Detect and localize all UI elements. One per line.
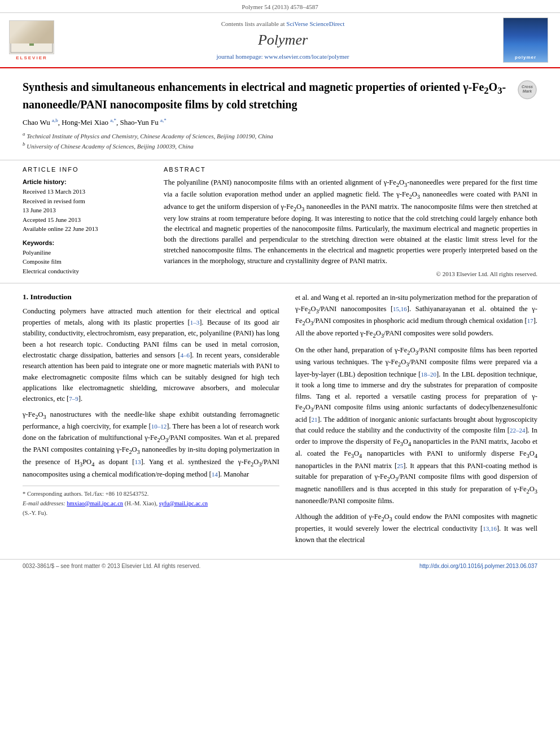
received-date: Received 13 March 2013	[23, 187, 147, 196]
right-para-3: Although the addition of γ-Fe2O3 could e…	[295, 512, 537, 545]
polymer-cover-thumbnail: polymer	[503, 18, 548, 63]
contents-label: Contents lists available at	[221, 20, 285, 27]
ref-17[interactable]: 17	[527, 317, 533, 324]
elsevier-name: ELSEVIER	[16, 55, 47, 60]
revised-date-value: 13 June 2013	[23, 207, 56, 213]
crossmark-icon: Cross Mark	[518, 80, 537, 99]
right-para-2: On the other hand, preparation of γ-Fe2O…	[295, 345, 537, 507]
email-link-2[interactable]: syfu@mail.ipc.ac.cn	[159, 500, 208, 506]
affiliation-a: Technical Institute of Physics and Chemi…	[27, 133, 273, 139]
intro-heading: 1. Introduction	[23, 292, 279, 302]
authors: Chao Wu a,b, Hong-Mei Xiao a,*, Shao-Yun…	[23, 117, 537, 127]
svg-rect-2	[29, 37, 34, 46]
header: ELSEVIER Contents lists available at Sci…	[0, 13, 560, 68]
ref-10-12[interactable]: 10–12	[151, 423, 167, 430]
email-note: E-mail addresses: hmxiao@mail.ipc.ac.cn …	[23, 499, 279, 518]
body-column-right: et al. and Wang et al. reported an in-si…	[295, 292, 537, 550]
journal-reference: Polymer 54 (2013) 4578–4587	[242, 3, 318, 10]
header-center: Contents lists available at SciVerse Sci…	[72, 18, 493, 63]
abstract-text: The polyaniline (PANI) nanocomposite fil…	[164, 177, 537, 266]
header-right: polymer	[500, 18, 551, 63]
synthesized-text: synthesized	[188, 458, 221, 466]
revised-date: Received in revised form 13 June 2013	[23, 196, 147, 215]
ref-18-20[interactable]: 18–20	[421, 371, 437, 378]
article-title-section: Synthesis and simultaneous enhancements …	[0, 68, 560, 160]
intro-para-2: γ-Fe2O3 nanostructures with the needle-l…	[23, 409, 279, 480]
article-main-title: Synthesis and simultaneous enhancements …	[23, 80, 537, 112]
email-link-1[interactable]: hmxiao@mail.ipc.ac.cn	[67, 500, 123, 506]
journal-title: Polymer	[258, 32, 308, 49]
svg-rect-0	[10, 21, 54, 54]
svg-text:Mark: Mark	[523, 89, 532, 93]
ref-21[interactable]: 21	[312, 416, 318, 423]
page: Polymer 54 (2013) 4578–4587 ELSEVIER	[0, 0, 560, 747]
title-text: Synthesis and simultaneous enhancements …	[23, 80, 511, 112]
ref-4-6[interactable]: 4–6	[180, 352, 190, 359]
elsevier-logo: ELSEVIER	[9, 20, 54, 60]
right-para-1: et al. and Wang et al. reported an in-si…	[295, 292, 537, 340]
history-label: Article history:	[23, 178, 147, 185]
ref-15-16[interactable]: 15,16	[393, 305, 407, 312]
ref-25[interactable]: 25	[397, 462, 403, 469]
homepage-link[interactable]: journal homepage: www.elsevier.com/locat…	[216, 53, 349, 60]
copyright-line: © 2013 Elsevier Ltd. All rights reserved…	[164, 270, 537, 277]
footer-issn: 0032-3861/$ – see front matter © 2013 El…	[23, 563, 200, 569]
article-info-abstract: ARTICLE INFO Article history: Received 1…	[0, 160, 560, 283]
svg-point-1	[21, 23, 42, 39]
polymer-cover-label: polymer	[515, 55, 536, 60]
keywords-label: Keywords:	[23, 239, 147, 246]
elsevier-logo-image	[9, 20, 54, 54]
sciverse-anchor[interactable]: SciVerse ScienceDirect	[286, 20, 344, 27]
ref-13-16[interactable]: 13,16	[483, 525, 497, 532]
ref-1-3[interactable]: 1–3	[190, 319, 200, 326]
corresponding-note: * Corresponding authors. Tel./fax: +86 1…	[23, 490, 279, 499]
affiliation-b: University of Chinese Academy of Science…	[27, 143, 194, 150]
svg-text:Cross: Cross	[522, 85, 533, 89]
ref-13[interactable]: 13	[134, 458, 141, 465]
affiliations: a Technical Institute of Physics and Che…	[23, 130, 537, 151]
body-column-left: 1. Introduction Conducting polymers have…	[23, 292, 279, 550]
footer-bar: 0032-3861/$ – see front matter © 2013 El…	[0, 559, 560, 573]
accepted-date: Accepted 15 June 2013	[23, 215, 147, 225]
crossmark-badge[interactable]: Cross Mark	[517, 80, 537, 100]
keyword-2: Composite film	[23, 257, 147, 267]
journal-homepage[interactable]: journal homepage: www.elsevier.com/locat…	[216, 53, 349, 60]
keywords-section: Keywords: Polyaniline Composite film Ele…	[23, 239, 147, 276]
top-bar: Polymer 54 (2013) 4578–4587	[0, 0, 560, 13]
abstract-heading: ABSTRACT	[164, 166, 537, 173]
sciverse-link[interactable]: Contents lists available at SciVerse Sci…	[221, 20, 344, 27]
article-info-heading: ARTICLE INFO	[23, 166, 147, 173]
body-content: 1. Introduction Conducting polymers have…	[0, 283, 560, 559]
abstract-section: ABSTRACT The polyaniline (PANI) nanocomp…	[164, 166, 537, 277]
intro-para-1: Conducting polymers have attracted much …	[23, 306, 279, 404]
footnote-section: * Corresponding authors. Tel./fax: +86 1…	[23, 486, 279, 518]
keyword-3: Electrical conductivity	[23, 267, 147, 276]
ref-14[interactable]: 14	[212, 471, 218, 478]
ref-7-9[interactable]: 7–9	[69, 395, 78, 402]
footer-doi[interactable]: http://dx.doi.org/10.1016/j.polymer.2013…	[419, 563, 537, 569]
keyword-1: Polyaniline	[23, 248, 147, 257]
header-left: ELSEVIER	[9, 18, 65, 63]
available-date: Available online 22 June 2013	[23, 224, 147, 234]
ref-22-24[interactable]: 22–24	[510, 427, 526, 434]
article-info-column: ARTICLE INFO Article history: Received 1…	[23, 166, 147, 277]
